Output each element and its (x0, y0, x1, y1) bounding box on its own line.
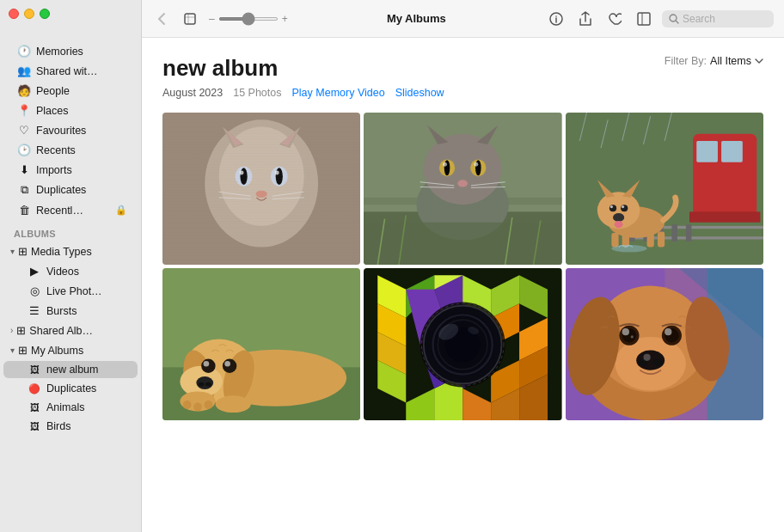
shared-icon: 👥 (17, 64, 31, 77)
heart-button[interactable] (603, 9, 626, 28)
live-photos-icon: ◎ (28, 284, 41, 297)
bursts-icon: ☰ (28, 304, 41, 317)
minimize-button[interactable] (24, 9, 34, 19)
svg-point-94 (216, 396, 251, 413)
traffic-lights (9, 9, 50, 19)
svg-point-86 (201, 359, 215, 373)
places-icon: 📍 (17, 104, 31, 117)
lock-icon: 🔒 (115, 205, 127, 216)
svg-rect-57 (671, 224, 677, 242)
svg-point-148 (652, 359, 663, 366)
videos-icon: ▶ (28, 265, 41, 278)
window-button[interactable] (633, 9, 655, 28)
sidebar-item-favourites[interactable]: ♡ Favourites (3, 121, 138, 139)
sidebar-label-favourites: Favourites (36, 125, 86, 137)
photo-dog-rain[interactable] (566, 113, 763, 265)
svg-point-97 (204, 401, 212, 409)
sidebar-item-people[interactable]: 🧑 People (3, 82, 138, 100)
rotate-button[interactable] (178, 9, 202, 29)
album-meta: August 2023 15 Photos Play Memory Video … (162, 87, 763, 99)
info-button[interactable] (545, 9, 567, 28)
sidebar-item-new-album[interactable]: 🖼 new album (3, 361, 138, 378)
sidebar: 🕐 Memories 👥 Shared wit… 🧑 People 📍 Plac… (0, 0, 142, 532)
sidebar-group-media-types[interactable]: ▾ ⊞ Media Types (3, 242, 138, 260)
duplicates-icon: ⧉ (17, 183, 31, 197)
sidebar-item-recently-deleted[interactable]: 🗑 Recentl… 🔒 (3, 201, 138, 219)
svg-point-95 (183, 401, 192, 409)
chevron-down-icon-2: ▾ (10, 345, 15, 355)
sidebar-item-duplicates[interactable]: ⧉ Duplicates (3, 180, 138, 199)
sidebar-label-imports: Imports (36, 164, 72, 176)
close-button[interactable] (9, 9, 19, 19)
favourites-icon: ♡ (17, 124, 31, 137)
zoom-range-input[interactable] (218, 17, 279, 21)
sidebar-label-new-album: new album (46, 364, 98, 376)
trash-icon: 🗑 (17, 204, 31, 217)
photo-puppy[interactable] (162, 268, 360, 420)
svg-rect-23 (162, 113, 360, 265)
sidebar-item-animals[interactable]: 🖼 Animals (3, 399, 138, 416)
sidebar-label-memories: Memories (36, 46, 83, 58)
svg-rect-51 (689, 211, 760, 222)
svg-point-69 (621, 205, 628, 211)
sidebar-label-shared: Shared wit… (36, 65, 98, 77)
svg-point-68 (609, 205, 616, 211)
photo-cat1[interactable] (162, 113, 360, 265)
people-icon: 🧑 (17, 84, 31, 97)
sidebar-label-duplicates: Duplicates (36, 184, 86, 196)
svg-point-4 (670, 15, 677, 21)
fullscreen-button[interactable] (40, 9, 50, 19)
sidebar-item-recents[interactable]: 🕑 Recents (3, 141, 138, 159)
sidebar-label-people: People (36, 85, 70, 97)
sidebar-group-my-albums[interactable]: ▾ ⊞ My Albums (3, 341, 138, 359)
sidebar-label-duplicates2: Duplicates (46, 382, 96, 394)
sidebar-item-live-photos[interactable]: ◎ Live Phot… (3, 282, 138, 300)
svg-rect-58 (686, 224, 692, 242)
zoom-min-icon: – (209, 13, 215, 25)
sidebar-item-bursts[interactable]: ☰ Bursts (3, 302, 138, 320)
toolbar-title: My Albums (295, 12, 538, 25)
svg-rect-74 (611, 233, 618, 247)
sidebar-item-shared[interactable]: 👥 Shared wit… (3, 62, 138, 80)
animals-icon: 🖼 (28, 402, 41, 413)
sidebar-item-videos[interactable]: ▶ Videos (3, 262, 138, 280)
birds-icon: 🖼 (28, 421, 41, 431)
svg-point-149 (643, 354, 650, 361)
new-album-icon: 🖼 (28, 364, 41, 375)
svg-point-92 (205, 382, 211, 387)
duplicates2-icon: 🔴 (28, 383, 41, 394)
content-area: new album August 2023 15 Photos Play Mem… (142, 38, 784, 532)
sidebar-group-shared-albums[interactable]: › ⊞ Shared Alb… (3, 321, 138, 339)
photo-lens[interactable] (364, 268, 561, 420)
photo-cat2[interactable] (364, 113, 561, 265)
sidebar-item-duplicates2[interactable]: 🔴 Duplicates (3, 380, 138, 397)
share-button[interactable] (574, 9, 597, 29)
shared-albums-icon: ⊞ (16, 324, 26, 337)
play-memory-link[interactable]: Play Memory Video (292, 87, 385, 99)
slideshow-link[interactable]: Slideshow (395, 87, 444, 99)
photo-dog2[interactable] (566, 268, 763, 420)
sidebar-item-birds[interactable]: 🖼 Birds (3, 418, 138, 435)
sidebar-label-animals: Animals (46, 401, 84, 413)
filter-bar[interactable]: Filter By: All Items (665, 55, 763, 67)
svg-point-145 (630, 335, 633, 338)
chevron-right-icon: › (10, 326, 13, 335)
search-bar[interactable]: Search (662, 10, 774, 28)
svg-point-73 (614, 221, 622, 228)
svg-point-37 (458, 180, 469, 187)
sidebar-item-imports[interactable]: ⬇ Imports (3, 161, 138, 179)
svg-point-87 (223, 359, 236, 373)
sidebar-item-places[interactable]: 📍 Places (3, 101, 138, 119)
back-button[interactable] (152, 9, 171, 29)
svg-rect-77 (658, 231, 665, 247)
sidebar-item-memories[interactable]: 🕐 Memories (3, 42, 138, 60)
filter-label: Filter By: (665, 55, 707, 67)
svg-rect-49 (696, 141, 718, 162)
search-icon (669, 14, 679, 24)
svg-point-78 (611, 245, 646, 252)
sidebar-label-places: Places (36, 105, 69, 117)
zoom-slider[interactable]: – + (209, 13, 288, 25)
albums-section-label: Albums (0, 220, 141, 242)
svg-point-70 (609, 205, 612, 208)
sidebar-label-videos: Videos (46, 266, 79, 278)
